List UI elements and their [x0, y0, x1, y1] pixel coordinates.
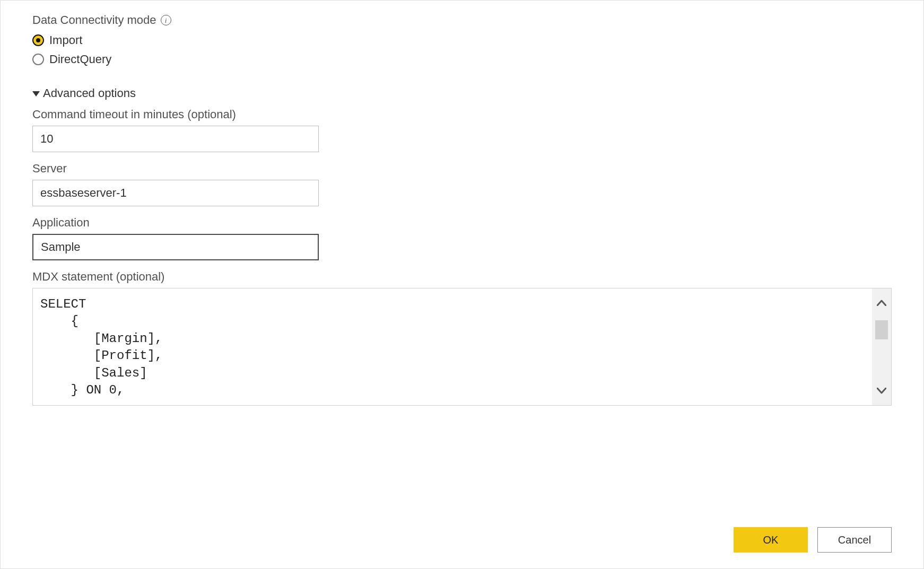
field-application: Application	[32, 216, 892, 260]
radio-icon-unselected	[32, 54, 44, 65]
triangle-expanded-icon	[32, 91, 40, 97]
ok-button[interactable]: OK	[734, 527, 808, 553]
connectivity-heading-row: Data Connectivity mode i	[32, 13, 892, 27]
scroll-thumb[interactable]	[875, 320, 888, 339]
radio-import-label: Import	[49, 33, 82, 47]
field-server: Server	[32, 162, 892, 206]
scroll-track[interactable]	[872, 317, 891, 377]
mdx-textarea-wrap	[32, 288, 892, 406]
application-label: Application	[32, 216, 892, 230]
server-input[interactable]	[32, 180, 319, 206]
advanced-options-expander[interactable]: Advanced options	[32, 86, 892, 100]
scroll-down-icon[interactable]	[872, 377, 891, 405]
mdx-textarea[interactable]	[33, 288, 872, 405]
field-timeout: Command timeout in minutes (optional)	[32, 108, 892, 152]
dialog-footer: OK Cancel	[32, 506, 892, 553]
radio-directquery-label: DirectQuery	[49, 52, 111, 66]
cancel-button[interactable]: Cancel	[817, 527, 892, 553]
radio-directquery[interactable]: DirectQuery	[32, 52, 892, 66]
radio-import[interactable]: Import	[32, 33, 892, 47]
timeout-label: Command timeout in minutes (optional)	[32, 108, 892, 121]
field-mdx: MDX statement (optional)	[32, 270, 892, 406]
timeout-input[interactable]	[32, 126, 319, 152]
radio-icon-selected	[32, 34, 44, 46]
connector-dialog: Data Connectivity mode i Import DirectQu…	[0, 0, 924, 569]
advanced-options-label: Advanced options	[43, 86, 136, 100]
server-label: Server	[32, 162, 892, 176]
radio-dot-icon	[36, 38, 40, 42]
scroll-up-icon[interactable]	[872, 288, 891, 317]
mdx-label: MDX statement (optional)	[32, 270, 892, 284]
mdx-scrollbar[interactable]	[872, 288, 891, 405]
info-icon[interactable]: i	[161, 15, 171, 25]
connectivity-radio-group: Import DirectQuery	[32, 33, 892, 72]
application-input[interactable]	[32, 234, 319, 260]
connectivity-heading: Data Connectivity mode	[32, 13, 156, 27]
